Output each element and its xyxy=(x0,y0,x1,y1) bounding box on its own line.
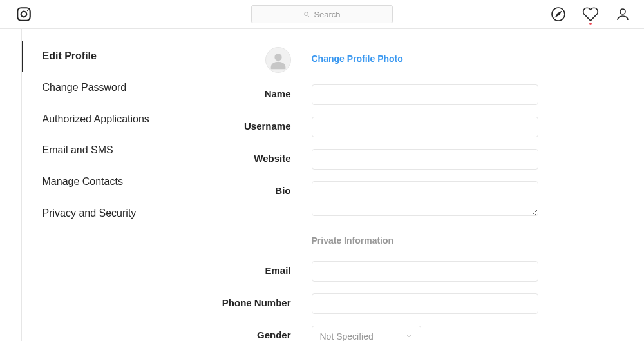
label-phone: Phone Number xyxy=(215,293,312,308)
notification-dot xyxy=(589,23,592,25)
sidebar-item-label: Edit Profile xyxy=(43,50,97,61)
row-gender: Gender Not Specified xyxy=(215,326,584,341)
sidebar-item-label: Privacy and Security xyxy=(43,208,137,219)
avatar-row: Change Profile Photo xyxy=(215,47,584,73)
settings-sidebar: Edit Profile Change Password Authorized … xyxy=(22,29,176,341)
label-gender: Gender xyxy=(215,326,312,340)
row-private-heading: Private Information xyxy=(215,230,584,256)
svg-point-7 xyxy=(620,9,625,14)
email-input[interactable] xyxy=(312,261,538,282)
label-username: Username xyxy=(215,117,312,132)
row-bio: Bio xyxy=(215,181,584,219)
row-phone: Phone Number xyxy=(215,293,584,314)
sidebar-item-email-sms[interactable]: Email and SMS xyxy=(22,135,176,166)
profile-icon[interactable] xyxy=(614,6,631,23)
sidebar-item-authorized-applications[interactable]: Authorized Applications xyxy=(22,104,176,135)
svg-line-4 xyxy=(308,15,309,16)
row-email: Email xyxy=(215,261,584,282)
row-website: Website xyxy=(215,149,584,170)
sidebar-item-change-password[interactable]: Change Password xyxy=(22,72,176,104)
label-name: Name xyxy=(215,84,312,99)
label-bio: Bio xyxy=(215,181,312,196)
svg-point-1 xyxy=(21,12,27,17)
svg-point-8 xyxy=(274,54,281,61)
top-nav: Search xyxy=(0,0,644,29)
name-input[interactable] xyxy=(312,84,538,105)
nav-icons xyxy=(550,6,631,23)
search-placeholder: Search xyxy=(314,10,340,19)
search-input[interactable]: Search xyxy=(251,5,393,23)
svg-rect-0 xyxy=(17,8,30,21)
search-icon xyxy=(303,10,310,19)
change-profile-photo-link[interactable]: Change Profile Photo xyxy=(312,47,538,64)
sidebar-item-label: Email and SMS xyxy=(43,144,113,155)
edit-profile-form: Change Profile Photo Name Username Websi… xyxy=(176,29,623,341)
chevron-down-icon xyxy=(405,331,413,341)
label-email: Email xyxy=(215,261,312,276)
row-username: Username xyxy=(215,117,584,137)
gender-selected-value: Not Specified xyxy=(320,331,374,341)
sidebar-item-privacy-security[interactable]: Privacy and Security xyxy=(22,198,176,229)
row-name: Name xyxy=(215,84,584,105)
activity-heart-icon[interactable] xyxy=(582,6,599,23)
svg-point-3 xyxy=(305,12,308,15)
svg-point-2 xyxy=(27,10,28,11)
sidebar-item-manage-contacts[interactable]: Manage Contacts xyxy=(22,166,176,198)
bio-textarea[interactable] xyxy=(312,181,538,216)
explore-icon[interactable] xyxy=(550,6,567,23)
sidebar-item-label: Change Password xyxy=(43,82,127,93)
private-information-heading: Private Information xyxy=(312,235,538,246)
search-container: Search xyxy=(251,5,393,23)
svg-marker-6 xyxy=(556,12,561,17)
label-website: Website xyxy=(215,149,312,164)
username-input[interactable] xyxy=(312,117,538,137)
sidebar-item-label: Authorized Applications xyxy=(43,113,149,124)
website-input[interactable] xyxy=(312,149,538,170)
sidebar-item-label: Manage Contacts xyxy=(43,176,123,187)
instagram-logo[interactable] xyxy=(13,3,35,25)
settings-card: Edit Profile Change Password Authorized … xyxy=(21,29,623,341)
profile-avatar[interactable] xyxy=(265,47,291,73)
sidebar-item-edit-profile[interactable]: Edit Profile xyxy=(22,41,176,72)
page-body: Edit Profile Change Password Authorized … xyxy=(0,29,644,341)
gender-select[interactable]: Not Specified xyxy=(312,326,421,341)
phone-input[interactable] xyxy=(312,293,538,314)
